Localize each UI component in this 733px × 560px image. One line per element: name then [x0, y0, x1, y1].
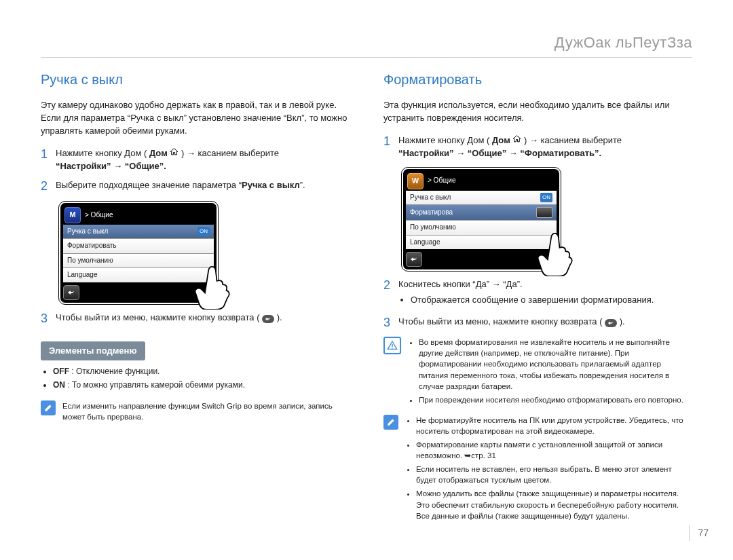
step1-text-b: ) → касанием выберите	[524, 135, 622, 145]
lcd-breadcrumb: > Общие	[428, 176, 456, 186]
section-title-left: Ручка с выкл	[41, 70, 350, 90]
lcd-screenshot-left: M > Общие Ручка с выкл ON Форматировать …	[58, 201, 219, 305]
step-2-right: 2 Коснитесь кнопки “Да” → “Да”. Отобража…	[383, 278, 692, 309]
step3-text-a: Чтобы выйти из меню, нажмите кнопку возв…	[398, 316, 603, 326]
mode-icon: W	[407, 173, 424, 189]
warning-item: Во время форматирования не извлекайте но…	[419, 337, 692, 391]
home-icon	[512, 134, 521, 147]
lcd-screenshot-right: W > Общие Ручка с выкл ON Форматирова По…	[401, 167, 561, 272]
note-item: Не форматируйте носитель на ПК или друго…	[416, 415, 692, 436]
step-number: 2	[383, 278, 398, 309]
step-number: 3	[41, 312, 56, 326]
column-right: Форматировать Эта функция используется, …	[383, 70, 692, 531]
step-2-left: 2 Выберите подходящее значение параметра…	[41, 179, 350, 194]
warning-box: Во время форматирования не извлекайте но…	[383, 337, 692, 408]
submenu-list: OFF : Отключение функции. ON : То можно …	[53, 366, 350, 391]
step-number: 2	[41, 179, 56, 194]
step-3-right: 3 Чтобы выйти из меню, нажмите кнопку во…	[383, 316, 692, 331]
lcd-breadcrumb: > Общие	[85, 210, 113, 221]
step1-text-a: Нажмите кнопку Дом (	[398, 135, 489, 145]
note-item: Если носитель не вставлен, его нельзя вы…	[416, 464, 692, 485]
chapter-title: ДужОак льПеутЗза	[41, 34, 692, 58]
step3-text-b: ).	[277, 312, 282, 322]
note-box-left: Если изменить направление функции Switch…	[41, 400, 350, 422]
svg-rect-1	[392, 348, 392, 349]
submenu-header: Элементы подменю	[41, 341, 145, 361]
return-icon	[262, 315, 274, 323]
step1-path: “Настройки” → “Общие” → “Форматировать”.	[398, 148, 601, 158]
lcd-row-selected: Форматирова	[406, 205, 557, 221]
page-number: 77	[689, 525, 709, 541]
step1-text-b: ) → касанием выберите	[181, 148, 279, 158]
section-title-right: Форматировать	[383, 70, 692, 90]
touch-hand-icon	[191, 261, 238, 310]
step2-text: Коснитесь кнопки “Да” → “Да”.	[398, 279, 523, 289]
return-button-icon	[63, 285, 79, 300]
mode-icon: M	[64, 207, 81, 223]
note-icon	[41, 400, 56, 415]
step2-bullet: Отображается сообщение о завершении форм…	[411, 294, 692, 307]
lcd-row: Форматировать	[63, 239, 214, 254]
note-item: Можно удалить все файлы (также защищенны…	[416, 488, 692, 521]
warning-item: При повреждении носителя необходимо отфо…	[419, 394, 692, 405]
thumbnail-icon	[536, 207, 552, 218]
step1-path: “Настройки” → “Общие”.	[56, 161, 166, 171]
step3-text-b: ).	[620, 316, 625, 326]
on-badge: ON	[198, 227, 210, 236]
warning-icon	[383, 337, 401, 354]
step1-text-a: Нажмите кнопку Дом (	[56, 148, 147, 158]
column-left: Ручка с выкл Эту камеру одинаково удобно…	[41, 70, 350, 531]
note-text: Если изменить направление функции Switch…	[62, 400, 350, 422]
intro-left: Эту камеру одинаково удобно держать как …	[41, 99, 350, 138]
step-number: 1	[383, 134, 398, 160]
step-1-left: 1 Нажмите кнопку Дом ( Дом ) → касанием …	[41, 147, 350, 173]
intro-right: Эта функция используется, если необходим…	[383, 99, 692, 125]
step2-text: Выберите подходящее значение параметра “…	[56, 179, 350, 194]
lcd-row: Ручка с выкл ON	[406, 191, 557, 206]
on-badge: ON	[540, 193, 552, 202]
step-number: 1	[41, 147, 56, 173]
return-button-icon	[406, 252, 422, 267]
touch-hand-icon	[533, 227, 581, 276]
note-item: Форматирование карты памяти с установлен…	[416, 439, 692, 461]
step3-text-a: Чтобы выйти из меню, нажмите кнопку возв…	[56, 312, 260, 322]
home-icon	[170, 147, 178, 160]
return-icon	[605, 319, 617, 327]
note-box-right: Не форматируйте носитель на ПК или друго…	[383, 415, 692, 524]
step-number: 3	[383, 316, 398, 331]
lcd-row-selected: Ручка с выкл ON	[63, 225, 214, 240]
step-3-left: 3 Чтобы выйти из меню, нажмите кнопку во…	[41, 312, 350, 326]
note-icon	[383, 415, 398, 430]
step-1-right: 1 Нажмите кнопку Дом ( Дом ) → касанием …	[383, 134, 692, 160]
svg-rect-0	[392, 344, 392, 347]
